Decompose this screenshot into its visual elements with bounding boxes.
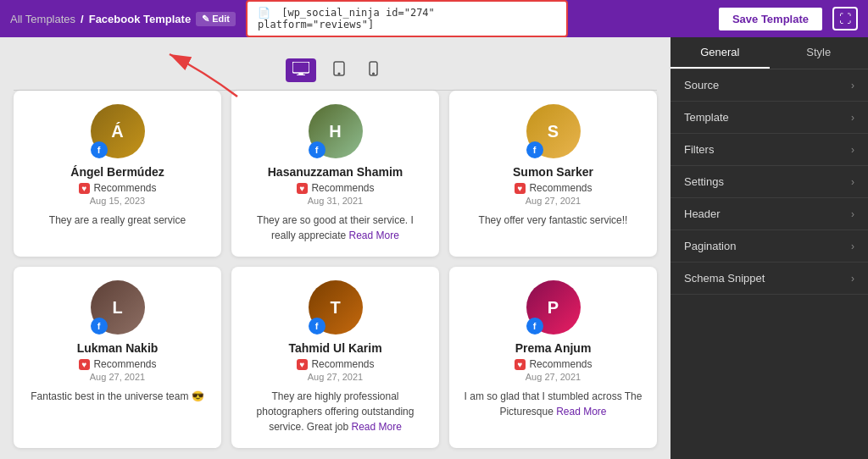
desktop-icon (292, 62, 309, 75)
recommends-text: Recommends (529, 182, 592, 194)
recommends-text: Recommends (93, 182, 156, 194)
review-date: Aug 27, 2021 (27, 372, 208, 382)
sidebar-item-label: Header (684, 207, 721, 220)
expand-button[interactable]: ⛶ (832, 7, 858, 30)
review-text: They are highly professional photographe… (245, 389, 426, 434)
review-card: Á f Ángel Bermúdez ♥ Recommends Aug 15, … (14, 91, 221, 257)
sidebar-item-template[interactable]: Template › (670, 102, 868, 134)
svg-point-6 (373, 73, 375, 75)
review-text: Fantastic best in the universe team 😎 (27, 389, 208, 404)
review-text: They offer very fantastic service!! (463, 213, 643, 228)
review-card: H f Hasanuzzaman Shamim ♥ Recommends Aug… (231, 91, 439, 257)
sidebar: General Style Source › Template › Filter… (670, 37, 868, 459)
review-date: Aug 27, 2021 (463, 372, 643, 382)
tab-general[interactable]: General (670, 37, 770, 69)
recommends-icon: ♥ (297, 183, 309, 194)
svg-point-4 (338, 73, 340, 75)
facebook-icon: f (526, 318, 543, 335)
read-more-link[interactable]: Read More (556, 406, 606, 418)
chevron-right-icon: › (851, 80, 854, 91)
recommends-icon: ♥ (79, 359, 91, 370)
sidebar-item-label: Schema Snippet (684, 272, 765, 285)
mobile-view-button[interactable] (362, 58, 385, 83)
recommends-text: Recommends (93, 358, 156, 370)
facebook-icon: f (526, 141, 543, 158)
recommends-row: ♥ Recommends (27, 358, 208, 370)
top-bar: All Templates / Facebook Template ✎ Edit… (0, 0, 868, 37)
chevron-right-icon: › (851, 273, 854, 285)
recommends-icon: ♥ (79, 183, 91, 194)
sidebar-item-schema-snippet[interactable]: Schema Snippet › (670, 263, 868, 295)
sidebar-item-label: Settings (684, 175, 724, 188)
sidebar-item-settings[interactable]: Settings › (670, 166, 868, 198)
review-date: Aug 27, 2021 (245, 372, 426, 382)
sidebar-item-pagination[interactable]: Pagination › (670, 230, 868, 263)
chevron-right-icon: › (851, 144, 854, 156)
desktop-view-button[interactable] (286, 58, 316, 82)
sidebar-items: Source › Template › Filters › Settings ›… (670, 69, 868, 295)
sidebar-item-label: Source (684, 79, 719, 91)
mobile-icon (369, 61, 378, 76)
facebook-icon: f (309, 141, 326, 158)
review-text: I am so glad that I stumbled across The … (463, 389, 643, 419)
review-date: Aug 15, 2023 (27, 196, 208, 206)
review-date: Aug 27, 2021 (463, 196, 643, 206)
chevron-right-icon: › (851, 208, 854, 220)
review-card: L f Lukman Nakib ♥ Recommends Aug 27, 20… (14, 267, 221, 448)
review-text: They are so good at their service. I rea… (245, 213, 426, 243)
recommends-row: ♥ Recommends (27, 182, 208, 194)
recommends-icon: ♥ (297, 359, 309, 370)
review-date: Aug 31, 2021 (245, 196, 426, 206)
review-card: P f Prema Anjum ♥ Recommends Aug 27, 202… (449, 267, 657, 448)
read-more-link[interactable]: Read More (352, 421, 402, 433)
reviewer-name: Prema Anjum (463, 341, 643, 355)
facebook-icon: f (309, 318, 326, 335)
svg-rect-0 (292, 62, 309, 73)
recommends-row: ♥ Recommends (245, 358, 426, 370)
tab-style[interactable]: Style (770, 37, 869, 69)
top-bar-actions: Save Template ⛶ (717, 6, 858, 32)
sidebar-tabs: General Style (670, 37, 868, 69)
chevron-right-icon: › (851, 241, 854, 252)
code-icon: 📄 (258, 7, 270, 19)
review-card: S f Sumon Sarker ♥ Recommends Aug 27, 20… (449, 91, 657, 257)
review-text: They are a really great service (27, 213, 208, 228)
tablet-view-button[interactable] (326, 58, 352, 83)
svg-rect-1 (298, 73, 303, 75)
breadcrumb: All Templates / Facebook Template ✎ Edit (10, 12, 236, 26)
recommends-text: Recommends (529, 358, 592, 370)
content-area: Á f Ángel Bermúdez ♥ Recommends Aug 15, … (0, 37, 670, 459)
recommends-text: Recommends (311, 358, 374, 370)
reviewer-name: Tahmid Ul Karim (245, 341, 426, 355)
svg-rect-2 (297, 75, 305, 75)
read-more-link[interactable]: Read More (349, 230, 399, 241)
recommends-row: ♥ Recommends (463, 182, 643, 194)
reviewer-name: Hasanuzzaman Shamim (245, 165, 426, 179)
reviewer-name: Sumon Sarker (463, 165, 643, 179)
save-template-button[interactable]: Save Template (717, 6, 824, 32)
facebook-icon: f (91, 141, 108, 158)
sidebar-item-label: Template (684, 111, 729, 124)
sidebar-item-label: Filters (684, 143, 714, 156)
template-name: Facebook Template (89, 13, 191, 25)
reviewer-name: Ángel Bermúdez (27, 165, 208, 179)
recommends-icon: ♥ (515, 359, 526, 370)
sidebar-item-source[interactable]: Source › (670, 69, 868, 102)
tablet-icon (333, 61, 345, 76)
shortcode-text: [wp_social_ninja id="274" platform="revi… (258, 7, 435, 30)
recommends-icon: ♥ (515, 183, 526, 194)
chevron-right-icon: › (851, 112, 854, 124)
shortcode-box[interactable]: 📄 [wp_social_ninja id="274" platform="re… (246, 0, 568, 37)
edit-badge[interactable]: ✎ Edit (196, 12, 236, 26)
chevron-right-icon: › (851, 176, 854, 188)
all-templates-link[interactable]: All Templates (10, 13, 75, 25)
recommends-row: ♥ Recommends (245, 182, 426, 194)
recommends-text: Recommends (311, 182, 374, 194)
sidebar-item-label: Pagination (684, 240, 736, 252)
sidebar-item-filters[interactable]: Filters › (670, 134, 868, 166)
device-toolbar (14, 51, 657, 91)
facebook-icon: f (91, 318, 108, 335)
sidebar-item-header[interactable]: Header › (670, 198, 868, 230)
review-card: T f Tahmid Ul Karim ♥ Recommends Aug 27,… (231, 267, 439, 448)
breadcrumb-sep: / (81, 13, 84, 25)
